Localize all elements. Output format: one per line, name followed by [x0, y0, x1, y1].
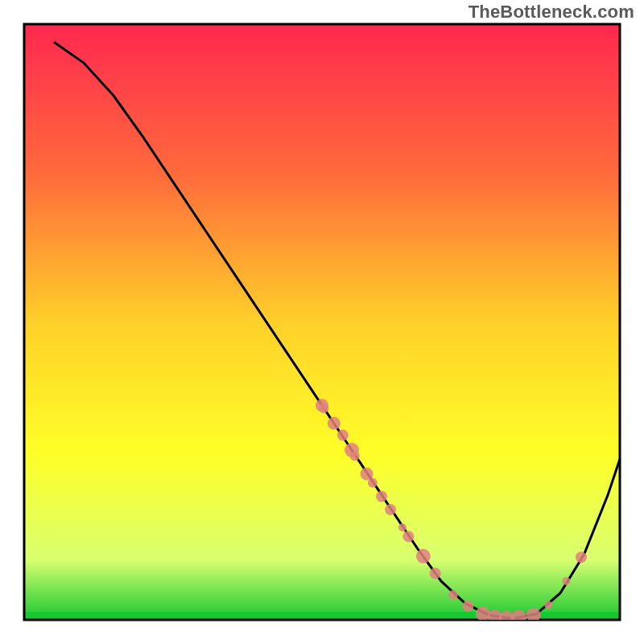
curve-marker	[402, 530, 414, 542]
curve-marker	[398, 523, 407, 531]
curve-marker	[368, 478, 378, 488]
curve-marker	[337, 430, 349, 441]
curve-marker	[510, 610, 526, 626]
curve-marker	[562, 577, 570, 585]
curve-marker	[544, 601, 552, 609]
curve-marker	[416, 549, 431, 564]
curve-marker	[328, 417, 341, 430]
curve-marker	[350, 452, 360, 461]
curve-marker	[576, 551, 587, 563]
bottleneck-chart	[0, 0, 644, 644]
chart-container: TheBottleneck.com	[0, 0, 644, 644]
gradient-background	[24, 24, 620, 620]
curve-marker	[448, 590, 458, 600]
curve-marker	[430, 568, 441, 579]
curve-marker	[376, 491, 387, 502]
curve-marker	[319, 403, 328, 413]
curve-marker	[462, 601, 473, 612]
curve-marker	[385, 504, 396, 515]
